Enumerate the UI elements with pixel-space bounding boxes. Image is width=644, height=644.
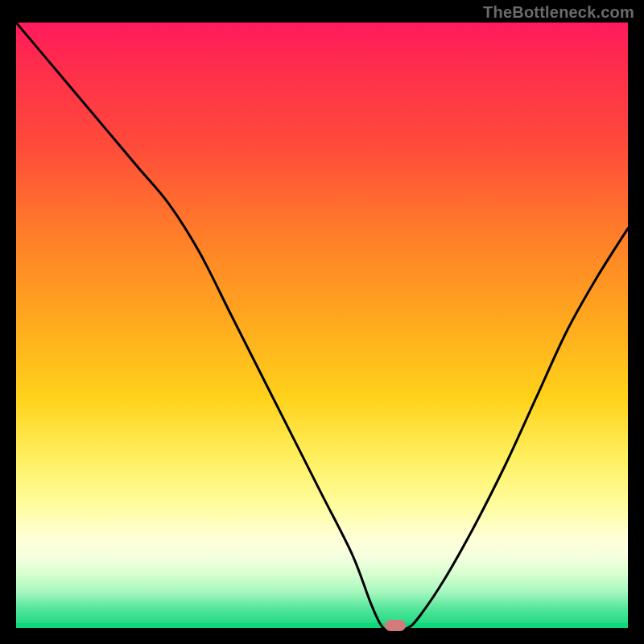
optimal-point-marker bbox=[385, 620, 406, 631]
plot-outer bbox=[16, 23, 628, 628]
chart-frame: TheBottleneck.com bbox=[0, 0, 644, 644]
bottleneck-curve bbox=[16, 23, 628, 628]
curve-layer bbox=[16, 23, 628, 628]
watermark-text: TheBottleneck.com bbox=[483, 3, 634, 22]
